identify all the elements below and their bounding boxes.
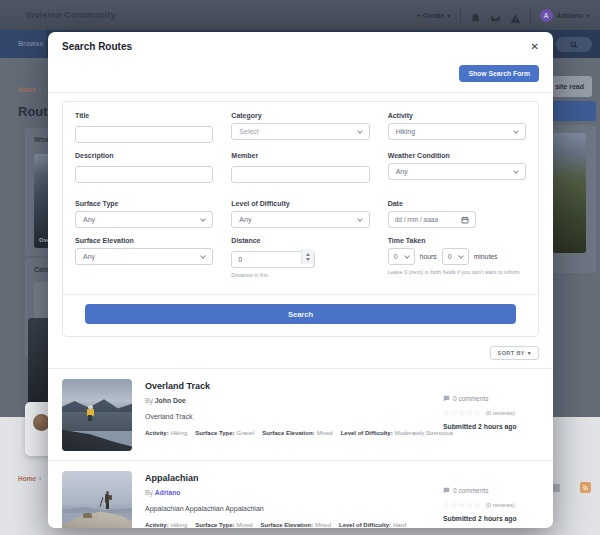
rating-stars[interactable]: ☆☆☆☆☆ (0 reviews)	[443, 500, 539, 509]
difficulty-value: Any	[239, 216, 251, 223]
chevron-down-icon	[458, 253, 464, 259]
surface-type-select[interactable]: Any	[75, 211, 213, 228]
show-search-form-button[interactable]: Show Search Form	[459, 65, 539, 82]
language-icon[interactable]	[552, 484, 560, 492]
date-placeholder: dd / mm / aaaa	[395, 216, 438, 223]
comments-count[interactable]: 0 comments	[443, 487, 539, 494]
comment-bubble-icon	[443, 395, 450, 402]
header-divider	[530, 7, 531, 23]
result-author[interactable]: Adriano	[155, 489, 181, 496]
meta-value: Hard	[393, 522, 406, 528]
meta-label: Level of Difficulty:	[341, 430, 393, 436]
avatar: A	[540, 9, 553, 22]
distance-help: Distance in Km	[231, 272, 369, 278]
sort-by-button[interactable]: Sort By ▾	[490, 346, 539, 360]
difficulty-label: Level of Difficulty	[231, 200, 369, 207]
comments-label: 0 comments	[453, 487, 488, 494]
category-select[interactable]: Select	[231, 123, 369, 140]
field-title: Title	[75, 112, 213, 143]
meta-value: Hiking	[171, 430, 188, 436]
stepper-down-icon[interactable]	[306, 258, 310, 261]
chevron-down-icon	[404, 253, 410, 259]
meta-label: Activity:	[145, 522, 169, 528]
moderation-warning-icon[interactable]	[510, 10, 521, 21]
field-surface-type: Surface Type Any	[75, 200, 213, 228]
star-icons: ☆☆☆☆☆	[443, 500, 482, 509]
activity-select[interactable]: Hiking	[388, 123, 526, 140]
site-brand[interactable]: Invision Community	[26, 10, 116, 20]
category-label: Category	[231, 112, 369, 119]
chevron-down-icon	[200, 216, 206, 222]
meta-label: Level of Difficulty:	[339, 522, 391, 528]
surface-elevation-value: Any	[83, 253, 95, 260]
breadcrumb[interactable]: Home›	[18, 86, 41, 93]
member-input[interactable]	[231, 166, 369, 183]
title-input[interactable]	[75, 126, 213, 143]
reviews-count: (0 reviews)	[486, 502, 515, 508]
number-stepper[interactable]	[301, 249, 314, 264]
sort-by-label: Sort By	[498, 350, 525, 356]
search-routes-modal: Search Routes ✕ Show Search Form Title C…	[48, 32, 553, 528]
result-thumbnail[interactable]	[62, 379, 132, 451]
search-button[interactable]: Search	[85, 304, 516, 324]
rating-stars[interactable]: ☆☆☆☆☆ (0 reviews)	[443, 408, 539, 417]
activity-label: Activity	[388, 112, 526, 119]
result-description: Overland Track	[145, 413, 437, 420]
field-description: Description	[75, 152, 213, 183]
footer-breadcrumb[interactable]: Home›	[18, 475, 41, 482]
result-author[interactable]: John Doe	[155, 397, 186, 404]
submitted-timestamp: Submitted 2 hours ago	[443, 515, 539, 522]
date-input[interactable]: dd / mm / aaaa	[388, 211, 476, 228]
header-actions: + Create ▾ A Adriano ▾	[417, 0, 590, 30]
breadcrumb-home[interactable]: Home	[18, 86, 36, 93]
dog-figure	[83, 513, 92, 518]
submitted-timestamp: Submitted 2 hours ago	[443, 423, 539, 430]
user-menu[interactable]: A Adriano ▾	[540, 9, 590, 22]
hiker-figure	[101, 491, 113, 509]
difficulty-select[interactable]: Any	[231, 211, 369, 228]
create-label: + Create	[417, 12, 445, 19]
title-label: Title	[75, 112, 213, 119]
weather-condition-select[interactable]: Any	[388, 163, 526, 180]
result-title[interactable]: Overland Track	[145, 381, 437, 391]
field-difficulty: Level of Difficulty Any	[231, 200, 369, 228]
minutes-select[interactable]: 0	[442, 248, 469, 265]
chevron-down-icon	[513, 128, 519, 134]
minutes-label: minutes	[474, 253, 498, 260]
chevron-down-icon	[513, 168, 519, 174]
field-date: Date dd / mm / aaaa	[388, 200, 526, 228]
messages-envelope-icon[interactable]	[490, 10, 501, 21]
modal-header: Search Routes ✕	[48, 32, 553, 59]
reviews-count: (0 reviews)	[486, 410, 515, 416]
description-input[interactable]	[75, 166, 213, 183]
rss-icon[interactable]	[580, 482, 591, 493]
hours-value: 0	[394, 253, 398, 260]
hours-select[interactable]: 0	[388, 248, 415, 265]
breadcrumb-separator: ›	[39, 475, 41, 482]
result-thumbnail[interactable]	[62, 471, 132, 528]
comments-count[interactable]: 0 comments	[443, 395, 539, 402]
notifications-bell-icon[interactable]	[470, 10, 481, 21]
meta-label: Activity:	[145, 430, 169, 436]
nav-item-browse[interactable]: Browse	[18, 40, 43, 47]
field-category: Category Select	[231, 112, 369, 143]
by-label: By	[145, 397, 153, 404]
comment-bubble-icon	[443, 487, 450, 494]
field-surface-elevation: Surface Elevation Any	[75, 237, 213, 278]
field-activity: Activity Hiking	[388, 112, 526, 143]
meta-label: Surface Type:	[195, 522, 234, 528]
chevron-down-icon	[357, 128, 363, 134]
footer-breadcrumb-home[interactable]: Home	[18, 475, 36, 482]
result-title[interactable]: Appalachian	[145, 473, 437, 483]
create-button[interactable]: + Create ▾	[417, 12, 451, 19]
surface-elevation-select[interactable]: Any	[75, 248, 213, 265]
close-icon[interactable]: ✕	[531, 42, 539, 52]
forest-route-image[interactable]	[552, 133, 586, 253]
surface-type-label: Surface Type	[75, 200, 213, 207]
navbar-search[interactable]	[556, 37, 592, 52]
date-label: Date	[388, 200, 526, 207]
chevron-down-icon: ▾	[587, 12, 590, 19]
result-row-appalachian: Appalachian By Adriano Appalachian Appal…	[48, 461, 553, 528]
stepper-up-icon[interactable]	[306, 253, 310, 256]
meta-value: Mixed	[315, 522, 331, 528]
